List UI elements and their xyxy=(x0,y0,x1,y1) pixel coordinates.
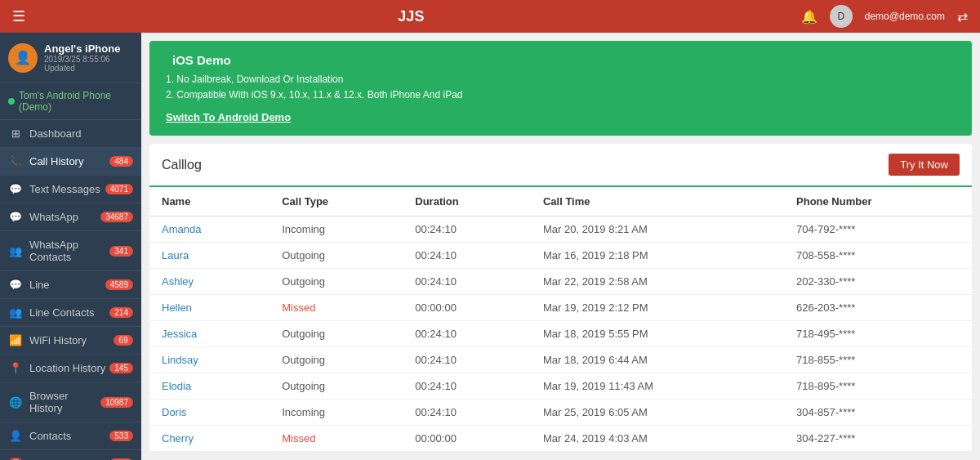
share-icon[interactable]: ⇄ xyxy=(957,9,968,25)
sidebar-label-dashboard: Dashboard xyxy=(29,127,133,140)
cell-duration-1: 00:24:10 xyxy=(403,243,531,269)
table-header-row: Name Call Type Duration Call Time Phone … xyxy=(149,187,972,217)
table-row: Ashley Outgoing 00:24:10 Mar 22, 2019 2:… xyxy=(149,269,972,295)
sidebar-item-contacts[interactable]: 👤 Contacts 533 xyxy=(0,422,141,450)
cell-calltime-6: Mar 19, 2019 11:43 AM xyxy=(531,373,784,400)
col-call-type: Call Type xyxy=(270,187,403,217)
cell-duration-2: 00:24:10 xyxy=(403,269,531,295)
try-it-now-button[interactable]: Try It Now xyxy=(889,154,960,176)
cell-calltype-1: Outgoing xyxy=(270,243,403,269)
sidebar-label-whatsapp-contacts: WhatsApp Contacts xyxy=(29,239,109,263)
sidebar-badge-whatsapp: 34687 xyxy=(100,212,133,222)
table-row: Doris Incoming 00:24:10 Mar 25, 2019 6:0… xyxy=(149,400,972,426)
app-logo: JJS xyxy=(33,8,789,25)
avatar: D xyxy=(830,5,853,28)
cell-name-6: Elodia xyxy=(149,373,270,400)
cell-duration-3: 00:00:00 xyxy=(403,295,531,321)
sidebar-icon-dashboard: ⊞ xyxy=(8,127,23,140)
cell-calltype-0: Incoming xyxy=(270,217,403,243)
sidebar-item-whatsapp-contacts[interactable]: 👥 WhatsApp Contacts 341 xyxy=(0,231,141,271)
sidebar-icon-whatsapp-contacts: 👥 xyxy=(8,245,23,257)
sidebar-item-browser-history[interactable]: 🌐 Browser History 10987 xyxy=(0,382,141,422)
cell-duration-7: 00:24:10 xyxy=(403,400,531,426)
menu-icon[interactable]: ☰ xyxy=(12,7,25,25)
sidebar-item-location-history[interactable]: 📍 Location History 145 xyxy=(0,355,141,382)
sidebar-icon-whatsapp: 💬 xyxy=(8,211,23,223)
profile-name: Angel's iPhone xyxy=(44,42,133,55)
table-row: Lindsay Outgoing 00:24:10 Mar 18, 2019 6… xyxy=(149,347,972,373)
switch-android-link[interactable]: Switch To Android Demo xyxy=(166,111,291,123)
main-content: iOS Demo 1. No Jailbreak, Download Or In… xyxy=(141,33,980,460)
calllog-section: Calllog Try It Now Name Call Type Durati… xyxy=(149,144,972,452)
cell-calltime-8: Mar 24, 2019 4:03 AM xyxy=(531,426,784,452)
sidebar-icon-text-messages: 💬 xyxy=(8,183,23,195)
sidebar-label-text-messages: Text Messages xyxy=(29,183,105,195)
sidebar-item-calendars[interactable]: 📅 Calendars 541 xyxy=(0,450,141,460)
demo-device[interactable]: Tom's Android Phone (Demo) xyxy=(0,83,141,120)
sidebar-badge-location-history: 145 xyxy=(109,363,133,373)
sidebar-item-dashboard[interactable]: ⊞ Dashboard xyxy=(0,120,141,148)
sidebar-item-whatsapp[interactable]: 💬 WhatsApp 34687 xyxy=(0,203,141,231)
cell-duration-5: 00:24:10 xyxy=(403,347,531,373)
col-phone-number: Phone Number xyxy=(784,187,972,217)
cell-calltype-8: Missed xyxy=(270,426,403,452)
sidebar-label-line-contacts: Line Contacts xyxy=(29,306,109,319)
cell-calltime-1: Mar 16, 2019 2:18 PM xyxy=(531,243,784,269)
profile-date: 2019/3/25 8:55:06 Updated xyxy=(44,55,133,73)
cell-calltime-4: Mar 18, 2019 5:55 PM xyxy=(531,321,784,347)
sidebar-badge-line: 4589 xyxy=(105,279,133,290)
sidebar-badge-wifi-history: 69 xyxy=(114,335,133,346)
cell-duration-4: 00:24:10 xyxy=(403,321,531,347)
profile-avatar: 👤 xyxy=(8,43,38,73)
sidebar-label-location-history: Location History xyxy=(29,362,109,374)
sidebar-item-line[interactable]: 💬 Line 4589 xyxy=(0,271,141,299)
sidebar-item-wifi-history[interactable]: 📶 WiFi History 69 xyxy=(0,327,141,355)
table-row: Jessica Outgoing 00:24:10 Mar 18, 2019 5… xyxy=(149,321,972,347)
cell-calltype-5: Outgoing xyxy=(270,347,403,373)
demo-dot xyxy=(8,98,15,105)
cell-phone-8: 304-227-**** xyxy=(784,426,972,452)
demo-device-label: Tom's Android Phone (Demo) xyxy=(19,90,133,113)
cell-name-7: Doris xyxy=(149,400,270,426)
table-row: Cherry Missed 00:00:00 Mar 24, 2019 4:03… xyxy=(149,426,972,452)
sidebar-icon-wifi-history: 📶 xyxy=(8,334,23,346)
cell-calltype-2: Outgoing xyxy=(270,269,403,295)
cell-calltime-2: Mar 22, 2019 2:58 AM xyxy=(531,269,784,295)
ios-banner-title: iOS Demo xyxy=(166,53,956,67)
layout: 👤 Angel's iPhone 2019/3/25 8:55:06 Updat… xyxy=(0,33,980,460)
cell-name-0: Amanda xyxy=(149,217,270,243)
sidebar-icon-contacts: 👤 xyxy=(8,430,23,442)
ios-banner-line-2: 2. Compatible With iOS 9.x, 10.x, 11.x &… xyxy=(166,87,956,103)
cell-calltype-6: Outgoing xyxy=(270,373,403,400)
cell-name-2: Ashley xyxy=(149,269,270,295)
cell-duration-8: 00:00:00 xyxy=(403,426,531,452)
topbar-right: 🔔 D demo@demo.com ⇄ xyxy=(789,5,968,28)
cell-calltime-5: Mar 18, 2019 6:44 AM xyxy=(531,347,784,373)
cell-name-4: Jessica xyxy=(149,321,270,347)
ios-banner-line-1: 1. No Jailbreak, Download Or Installatio… xyxy=(166,72,956,87)
sidebar-item-call-history[interactable]: 📞 Call History 484 xyxy=(0,148,141,176)
sidebar: 👤 Angel's iPhone 2019/3/25 8:55:06 Updat… xyxy=(0,33,141,460)
table-row: Laura Outgoing 00:24:10 Mar 16, 2019 2:1… xyxy=(149,243,972,269)
cell-duration-0: 00:24:10 xyxy=(403,217,531,243)
sidebar-badge-call-history: 484 xyxy=(109,156,133,167)
sidebar-profile: 👤 Angel's iPhone 2019/3/25 8:55:06 Updat… xyxy=(0,33,141,83)
table-row: Elodia Outgoing 00:24:10 Mar 19, 2019 11… xyxy=(149,373,972,400)
sidebar-icon-line-contacts: 👥 xyxy=(8,306,23,319)
sidebar-item-text-messages[interactable]: 💬 Text Messages 4071 xyxy=(0,176,141,203)
sidebar-icon-location-history: 📍 xyxy=(8,362,23,374)
cell-name-3: Hellen xyxy=(149,295,270,321)
sidebar-badge-contacts: 533 xyxy=(109,431,133,441)
calllog-title: Calllog xyxy=(162,158,202,172)
sidebar-icon-call-history: 📞 xyxy=(8,155,23,167)
sidebar-item-line-contacts[interactable]: 👥 Line Contacts 214 xyxy=(0,299,141,327)
cell-phone-6: 718-895-**** xyxy=(784,373,972,400)
calllog-tbody: Amanda Incoming 00:24:10 Mar 20, 2019 8:… xyxy=(149,217,972,452)
col-call-time: Call Time xyxy=(531,187,784,217)
cell-name-1: Laura xyxy=(149,243,270,269)
cell-name-8: Cherry xyxy=(149,426,270,452)
cell-phone-2: 202-330-**** xyxy=(784,269,972,295)
cell-calltype-3: Missed xyxy=(270,295,403,321)
bell-icon[interactable]: 🔔 xyxy=(801,9,817,25)
ios-banner-list: 1. No Jailbreak, Download Or Installatio… xyxy=(166,72,956,103)
